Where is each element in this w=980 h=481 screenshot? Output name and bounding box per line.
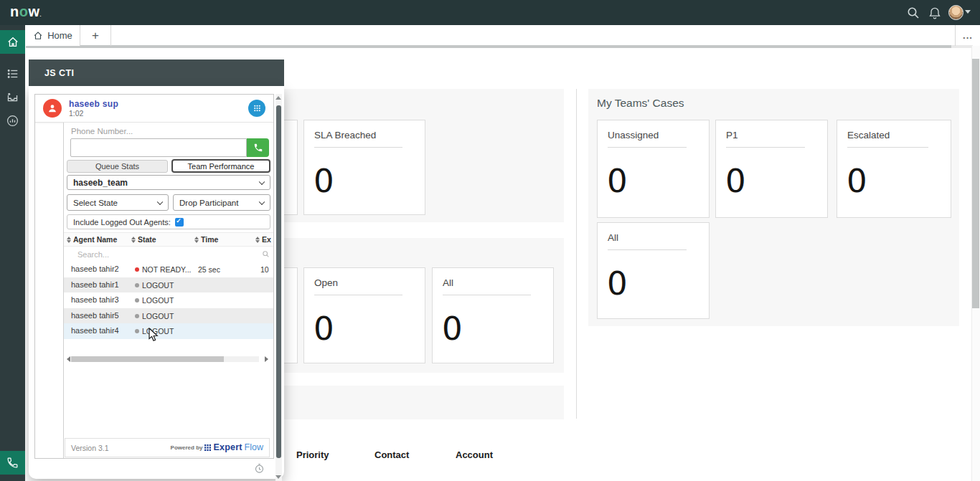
home-tab-icon	[33, 31, 43, 41]
agent-row[interactable]: haseeb tahir2 NOT READY...25 sec10	[64, 262, 274, 277]
status-dot-not-ready	[135, 267, 139, 272]
column-header-account[interactable]: Account	[456, 449, 493, 460]
cti-window-titlebar[interactable]: JS CTI	[29, 59, 284, 86]
team-select[interactable]: haseeb_team	[67, 175, 270, 190]
status-dot-logout	[135, 298, 139, 303]
card-title: All	[443, 277, 543, 288]
cti-agent-header: haseeb sup 1:02	[35, 95, 273, 123]
home-tab-label: Home	[47, 30, 72, 41]
agent-row-hovered[interactable]: haseeb tahir4 LOGOUT	[64, 323, 274, 339]
left-icon-sidebar	[0, 25, 25, 481]
card-unassigned[interactable]: Unassigned 0	[597, 120, 710, 218]
scroll-down-arrow-icon[interactable]	[275, 475, 281, 479]
card-teams-all[interactable]: All 0	[597, 222, 710, 319]
tab-overflow-more-button[interactable]: ...	[955, 25, 980, 46]
card-p1[interactable]: P1 0	[715, 120, 828, 218]
my-teams-cases-title: My Teams' Cases	[597, 97, 684, 110]
queue-stats-button[interactable]: Queue Stats	[67, 160, 168, 173]
card-value: 0	[607, 267, 709, 300]
tab-home[interactable]: Home	[26, 25, 80, 46]
card-title: Unassigned	[608, 130, 699, 141]
search-icon	[262, 250, 270, 258]
card-value: 0	[442, 313, 553, 345]
sort-icon	[131, 237, 136, 243]
agent-table-horizontal-scrollbar[interactable]	[64, 353, 274, 363]
search-icon[interactable]	[906, 6, 920, 20]
sidebar-item-phone[interactable]	[0, 451, 25, 475]
phone-number-input[interactable]	[70, 138, 247, 157]
sort-header-ext[interactable]: Ex	[255, 235, 271, 244]
chevron-down-icon	[157, 199, 163, 204]
agent-search-row	[64, 247, 274, 262]
servicenow-logo: now.	[10, 4, 42, 20]
card-value: 0	[314, 313, 425, 345]
card-all[interactable]: All 0	[432, 267, 554, 363]
new-tab-button[interactable]: +	[80, 25, 111, 46]
powered-by-brand: Powered by ExpertFlow	[171, 442, 263, 452]
sort-header-time[interactable]: Time	[194, 235, 218, 244]
sort-icon	[67, 237, 71, 243]
include-logged-out-label: Include Logged Out Agents:	[73, 218, 171, 227]
cti-inner-card: haseeb sup 1:02 Phone Number... Queue St…	[34, 94, 274, 459]
scroll-left-arrow-icon[interactable]	[67, 356, 70, 362]
tab-strip	[25, 25, 980, 45]
user-menu-caret-icon[interactable]	[965, 10, 971, 14]
vertical-scrollbar-thumb[interactable]	[972, 59, 979, 308]
sidebar-item-analytics-icon[interactable]	[0, 109, 25, 133]
agent-state-timer: 1:02	[69, 109, 83, 118]
call-button[interactable]	[247, 138, 269, 157]
sort-header-agent-name[interactable]: Agent Name	[67, 235, 117, 244]
card-title: All	[608, 232, 699, 243]
card-title: P1	[726, 130, 817, 141]
card-escalated[interactable]: Escalated 0	[837, 120, 951, 218]
card-value: 0	[847, 165, 951, 197]
state-select[interactable]: Select State	[67, 194, 169, 211]
sort-header-state[interactable]: State	[131, 235, 156, 244]
mouse-cursor	[149, 328, 159, 346]
status-dot-logout	[135, 329, 139, 333]
scroll-right-arrow-icon[interactable]	[265, 356, 268, 362]
timer-clock-icon[interactable]	[254, 463, 265, 477]
agent-row[interactable]: haseeb tahir3 LOGOUT	[64, 292, 274, 308]
horizontal-page-scrollbar[interactable]	[26, 45, 973, 48]
status-dot-logout	[135, 283, 139, 287]
dialpad-button[interactable]	[248, 100, 265, 117]
sort-icon	[194, 237, 199, 243]
chevron-down-icon	[259, 199, 265, 204]
dialpad-icon	[253, 104, 262, 113]
cti-window-title: JS CTI	[44, 68, 74, 78]
column-header-contact[interactable]: Contact	[374, 449, 409, 460]
agent-search-input[interactable]	[70, 248, 258, 261]
agent-row[interactable]: haseeb tahir5 LOGOUT	[64, 308, 274, 324]
cti-content-area: Phone Number... Queue Stats Team Perform…	[63, 123, 274, 459]
include-logged-out-row: Include Logged Out Agents:	[67, 214, 270, 229]
cti-scrollbar-thumb[interactable]	[276, 105, 281, 458]
version-label: Version 3.1	[71, 444, 109, 452]
agent-avatar-icon	[43, 99, 62, 118]
status-dot-logout	[135, 314, 139, 318]
card-value: 0	[725, 165, 827, 197]
card-title: SLA Breached	[314, 130, 415, 141]
include-logged-out-checkbox[interactable]	[175, 218, 184, 227]
card-sla-breached[interactable]: SLA Breached 0	[303, 120, 425, 215]
chevron-down-icon	[259, 178, 265, 184]
user-avatar[interactable]	[948, 5, 963, 20]
horizontal-scrollbar-thumb[interactable]	[71, 356, 224, 362]
phone-number-label: Phone Number...	[71, 127, 133, 135]
sidebar-item-lists-icon[interactable]	[0, 62, 25, 85]
cti-footer: Version 3.1 Powered by ExpertFlow	[65, 438, 270, 457]
sidebar-item-home[interactable]	[0, 30, 25, 54]
column-header-priority[interactable]: Priority	[296, 449, 329, 460]
card-open[interactable]: Open 0	[303, 267, 425, 363]
notifications-bell-icon[interactable]	[928, 6, 942, 20]
sidebar-item-inbox-icon[interactable]	[0, 85, 25, 109]
cti-vertical-scrollbar[interactable]	[275, 94, 282, 481]
cti-panel: haseeb sup 1:02 Phone Number... Queue St…	[29, 86, 284, 479]
scroll-up-arrow-icon[interactable]	[275, 96, 281, 100]
agent-name: haseeb sup	[69, 99, 118, 109]
team-performance-button[interactable]: Team Performance	[171, 159, 270, 173]
state-select-value: Select State	[73, 199, 118, 207]
drop-participant-select[interactable]: Drop Participant	[173, 194, 270, 211]
agent-row[interactable]: haseeb tahir1 LOGOUT	[64, 277, 274, 293]
sort-icon	[255, 237, 260, 243]
